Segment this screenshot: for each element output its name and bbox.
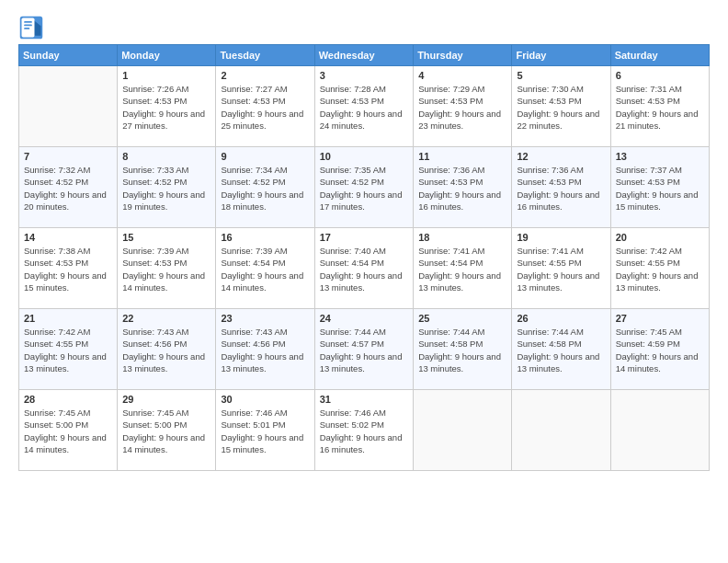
day-info: Sunrise: 7:43 AMSunset: 4:56 PMDaylight:… [122,326,210,374]
svg-rect-4 [24,25,32,27]
day-number: 23 [221,313,309,324]
day-number: 27 [616,313,704,324]
calendar-week-5: 28Sunrise: 7:45 AMSunset: 5:00 PMDayligh… [19,390,710,471]
day-number: 14 [24,232,112,243]
calendar-cell: 22Sunrise: 7:43 AMSunset: 4:56 PMDayligh… [118,309,216,390]
calendar-cell: 12Sunrise: 7:36 AMSunset: 4:53 PMDayligh… [512,147,610,228]
day-number: 12 [517,151,605,162]
day-number: 30 [221,394,309,405]
weekday-header-sunday: Sunday [19,45,118,66]
day-info: Sunrise: 7:35 AMSunset: 4:52 PMDaylight:… [320,164,408,213]
calendar-cell: 30Sunrise: 7:46 AMSunset: 5:01 PMDayligh… [216,390,314,471]
day-number: 3 [320,70,408,81]
day-number: 29 [122,394,210,405]
day-info: Sunrise: 7:39 AMSunset: 4:53 PMDaylight:… [122,245,210,293]
day-number: 5 [517,70,605,81]
day-number: 2 [221,70,309,81]
calendar-cell: 2Sunrise: 7:27 AMSunset: 4:53 PMDaylight… [216,66,314,147]
day-info: Sunrise: 7:28 AMSunset: 4:53 PMDaylight:… [320,83,408,132]
day-number: 17 [320,232,408,243]
calendar-cell: 24Sunrise: 7:44 AMSunset: 4:57 PMDayligh… [314,309,413,390]
calendar-cell: 18Sunrise: 7:41 AMSunset: 4:54 PMDayligh… [414,228,512,309]
day-info: Sunrise: 7:36 AMSunset: 4:53 PMDaylight:… [418,164,506,213]
day-info: Sunrise: 7:31 AMSunset: 4:53 PMDaylight:… [616,83,704,132]
calendar-cell: 6Sunrise: 7:31 AMSunset: 4:53 PMDaylight… [610,66,709,147]
day-number: 22 [122,313,210,324]
day-number: 26 [517,313,605,324]
calendar-header-row: SundayMondayTuesdayWednesdayThursdayFrid… [19,45,710,66]
calendar-cell: 16Sunrise: 7:39 AMSunset: 4:54 PMDayligh… [216,228,314,309]
calendar-cell: 8Sunrise: 7:33 AMSunset: 4:52 PMDaylight… [118,147,216,228]
calendar-cell: 17Sunrise: 7:40 AMSunset: 4:54 PMDayligh… [314,228,413,309]
weekday-header-wednesday: Wednesday [314,45,413,66]
calendar-cell: 10Sunrise: 7:35 AMSunset: 4:52 PMDayligh… [314,147,413,228]
day-info: Sunrise: 7:40 AMSunset: 4:54 PMDaylight:… [320,245,408,293]
calendar-cell: 20Sunrise: 7:42 AMSunset: 4:55 PMDayligh… [610,228,709,309]
calendar-cell: 21Sunrise: 7:42 AMSunset: 4:55 PMDayligh… [19,309,118,390]
page-header [18,15,710,40]
calendar-table: SundayMondayTuesdayWednesdayThursdayFrid… [18,44,710,471]
weekday-header-thursday: Thursday [414,45,512,66]
day-number: 16 [221,232,309,243]
day-info: Sunrise: 7:37 AMSunset: 4:53 PMDaylight:… [616,164,704,213]
calendar-cell [512,390,610,471]
day-info: Sunrise: 7:36 AMSunset: 4:53 PMDaylight:… [517,164,605,213]
day-info: Sunrise: 7:39 AMSunset: 4:54 PMDaylight:… [221,245,309,293]
calendar-cell: 29Sunrise: 7:45 AMSunset: 5:00 PMDayligh… [118,390,216,471]
day-number: 25 [418,313,506,324]
calendar-page: SundayMondayTuesdayWednesdayThursdayFrid… [0,0,728,563]
calendar-cell: 19Sunrise: 7:41 AMSunset: 4:55 PMDayligh… [512,228,610,309]
day-info: Sunrise: 7:44 AMSunset: 4:57 PMDaylight:… [320,326,408,374]
day-number: 19 [517,232,605,243]
weekday-header-monday: Monday [118,45,216,66]
weekday-header-friday: Friday [512,45,610,66]
calendar-cell: 1Sunrise: 7:26 AMSunset: 4:53 PMDaylight… [118,66,216,147]
day-number: 9 [221,151,309,162]
svg-rect-5 [24,28,29,29]
calendar-cell [414,390,512,471]
day-info: Sunrise: 7:41 AMSunset: 4:54 PMDaylight:… [418,245,506,293]
calendar-week-3: 14Sunrise: 7:38 AMSunset: 4:53 PMDayligh… [19,228,710,309]
calendar-week-1: 1Sunrise: 7:26 AMSunset: 4:53 PMDaylight… [19,66,710,147]
calendar-cell: 3Sunrise: 7:28 AMSunset: 4:53 PMDaylight… [314,66,413,147]
calendar-cell: 4Sunrise: 7:29 AMSunset: 4:53 PMDaylight… [414,66,512,147]
calendar-cell: 26Sunrise: 7:44 AMSunset: 4:58 PMDayligh… [512,309,610,390]
calendar-cell: 5Sunrise: 7:30 AMSunset: 4:53 PMDaylight… [512,66,610,147]
calendar-cell: 28Sunrise: 7:45 AMSunset: 5:00 PMDayligh… [19,390,118,471]
day-info: Sunrise: 7:46 AMSunset: 5:01 PMDaylight:… [221,407,309,455]
weekday-header-saturday: Saturday [610,45,709,66]
day-number: 10 [320,151,408,162]
calendar-cell: 11Sunrise: 7:36 AMSunset: 4:53 PMDayligh… [414,147,512,228]
calendar-cell: 25Sunrise: 7:44 AMSunset: 4:58 PMDayligh… [414,309,512,390]
day-number: 13 [616,151,704,162]
day-info: Sunrise: 7:45 AMSunset: 5:00 PMDaylight:… [24,407,112,455]
day-number: 11 [418,151,506,162]
day-info: Sunrise: 7:42 AMSunset: 4:55 PMDaylight:… [24,326,112,374]
day-number: 31 [320,394,408,405]
day-info: Sunrise: 7:33 AMSunset: 4:52 PMDaylight:… [122,164,210,213]
day-info: Sunrise: 7:46 AMSunset: 5:02 PMDaylight:… [320,407,408,455]
day-info: Sunrise: 7:27 AMSunset: 4:53 PMDaylight:… [221,83,309,132]
day-number: 4 [418,70,506,81]
calendar-cell: 31Sunrise: 7:46 AMSunset: 5:02 PMDayligh… [314,390,413,471]
calendar-cell: 13Sunrise: 7:37 AMSunset: 4:53 PMDayligh… [610,147,709,228]
day-info: Sunrise: 7:32 AMSunset: 4:52 PMDaylight:… [24,164,112,213]
day-info: Sunrise: 7:26 AMSunset: 4:53 PMDaylight:… [122,83,210,132]
calendar-cell: 23Sunrise: 7:43 AMSunset: 4:56 PMDayligh… [216,309,314,390]
calendar-cell: 27Sunrise: 7:45 AMSunset: 4:59 PMDayligh… [610,309,709,390]
calendar-cell: 7Sunrise: 7:32 AMSunset: 4:52 PMDaylight… [19,147,118,228]
day-number: 15 [122,232,210,243]
day-info: Sunrise: 7:30 AMSunset: 4:53 PMDaylight:… [517,83,605,132]
calendar-cell [610,390,709,471]
day-info: Sunrise: 7:45 AMSunset: 5:00 PMDaylight:… [122,407,210,455]
weekday-header-tuesday: Tuesday [216,45,314,66]
day-info: Sunrise: 7:44 AMSunset: 4:58 PMDaylight:… [517,326,605,374]
calendar-week-4: 21Sunrise: 7:42 AMSunset: 4:55 PMDayligh… [19,309,710,390]
calendar-cell: 14Sunrise: 7:38 AMSunset: 4:53 PMDayligh… [19,228,118,309]
day-number: 7 [24,151,112,162]
calendar-week-2: 7Sunrise: 7:32 AMSunset: 4:52 PMDaylight… [19,147,710,228]
calendar-cell: 15Sunrise: 7:39 AMSunset: 4:53 PMDayligh… [118,228,216,309]
day-info: Sunrise: 7:38 AMSunset: 4:53 PMDaylight:… [24,245,112,293]
day-number: 28 [24,394,112,405]
logo [18,15,48,40]
